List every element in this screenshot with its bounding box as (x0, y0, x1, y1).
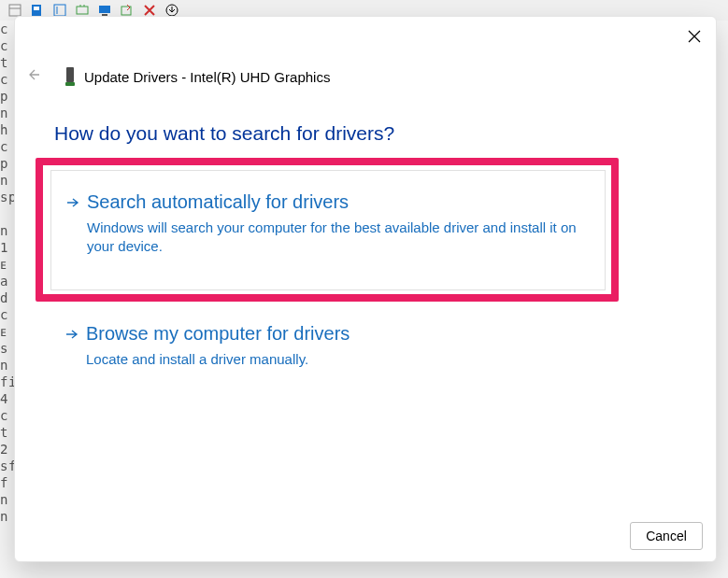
svg-rect-4 (54, 5, 65, 16)
back-button[interactable] (24, 63, 47, 90)
dialog-title: Update Drivers - Intel(R) UHD Graphics (84, 69, 330, 85)
dialog-heading: How do you want to search for drivers? (54, 122, 394, 145)
arrow-left-icon (28, 67, 43, 82)
device-icon (64, 66, 77, 87)
option-title: Browse my computer for drivers (86, 323, 589, 345)
option-search-automatically[interactable]: Search automatically for drivers Windows… (50, 170, 606, 290)
svg-rect-6 (77, 7, 88, 14)
svg-rect-12 (65, 82, 75, 86)
option-browse-my-computer[interactable]: Browse my computer for drivers Locate an… (50, 310, 606, 382)
update-drivers-dialog: Update Drivers - Intel(R) UHD Graphics H… (14, 16, 717, 562)
arrow-right-icon (64, 323, 86, 369)
svg-rect-3 (34, 7, 39, 10)
dialog-title-wrap: Update Drivers - Intel(R) UHD Graphics (64, 66, 330, 87)
arrow-right-icon (64, 191, 87, 280)
option-description: Locate and install a driver manually. (86, 350, 589, 369)
cancel-button[interactable]: Cancel (630, 522, 703, 550)
close-icon (688, 30, 701, 43)
svg-rect-11 (66, 67, 74, 82)
option-title: Search automatically for drivers (87, 191, 588, 213)
svg-rect-7 (99, 6, 110, 13)
option-description: Windows will search your computer for th… (87, 219, 588, 257)
svg-rect-0 (9, 5, 21, 16)
close-button[interactable] (686, 28, 703, 49)
